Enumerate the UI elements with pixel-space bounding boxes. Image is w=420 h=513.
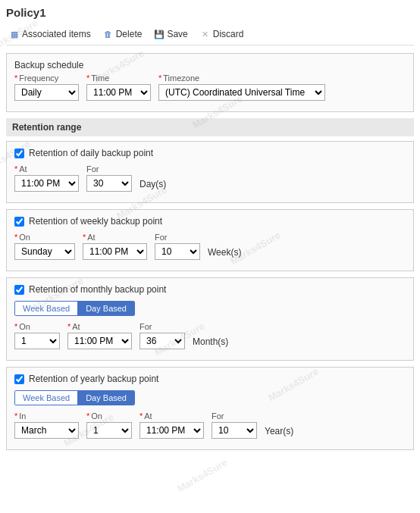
timezone-select[interactable]: (UTC) Coordinated Universal Time (UTC+01… bbox=[158, 84, 325, 101]
monthly-retention-checkbox[interactable] bbox=[14, 285, 24, 295]
weekly-for-label: For bbox=[155, 233, 200, 242]
yearly-at-group: *At 11:00 PM bbox=[139, 411, 204, 439]
yearly-unit: Year(s) bbox=[265, 426, 293, 439]
monthly-day-based-tab[interactable]: Day Based bbox=[78, 302, 134, 315]
yearly-for-group: For 10 bbox=[212, 411, 257, 439]
frequency-select[interactable]: Daily Weekly Monthly bbox=[14, 84, 79, 101]
weekly-at-label: *At bbox=[83, 233, 147, 242]
discard-button[interactable]: ✕ Discard bbox=[197, 27, 247, 41]
weekly-on-select[interactable]: Sunday Monday Tuesday Wednesday Thursday… bbox=[14, 243, 75, 260]
timezone-required: * bbox=[158, 74, 161, 83]
yearly-at-select[interactable]: 11:00 PM bbox=[139, 422, 204, 439]
time-required: * bbox=[86, 74, 89, 83]
weekly-retention-header: Retention of weekly backup point bbox=[14, 216, 406, 227]
backup-schedule-fields: *Frequency Daily Weekly Monthly *Time 11… bbox=[14, 74, 406, 101]
toolbar: ▦ Associated items 🗑 Delete 💾 Save ✕ Dis… bbox=[6, 23, 414, 45]
yearly-on-select[interactable]: 1 bbox=[86, 422, 132, 439]
monthly-tab-group: Week Based Day Based bbox=[14, 301, 135, 316]
monthly-at-select[interactable]: 11:00 PM bbox=[67, 333, 132, 349]
weekly-retention-checkbox[interactable] bbox=[14, 217, 24, 227]
weekly-retention-title: Retention of weekly backup point bbox=[29, 216, 162, 227]
retention-range-header: Retention range bbox=[6, 118, 414, 136]
weekly-fields: *On Sunday Monday Tuesday Wednesday Thur… bbox=[14, 233, 406, 260]
yearly-for-select[interactable]: 10 bbox=[212, 422, 257, 439]
monthly-on-group: *On 1 bbox=[14, 322, 60, 349]
daily-at-label: *At bbox=[14, 164, 79, 174]
weekly-on-label: *On bbox=[14, 233, 75, 242]
yearly-retention-checkbox[interactable] bbox=[14, 374, 24, 384]
daily-retention-header: Retention of daily backup point bbox=[14, 148, 406, 158]
daily-at-group: *At 11:00 PM bbox=[14, 164, 79, 192]
daily-fields: *At 11:00 PM For 30 Day(s) bbox=[14, 164, 406, 192]
monthly-at-group: *At 11:00 PM bbox=[67, 322, 132, 349]
yearly-for-label: For bbox=[212, 411, 257, 421]
backup-schedule-label: Backup schedule bbox=[14, 60, 406, 70]
weekly-for-group: For 10 bbox=[155, 233, 200, 260]
daily-for-label: For bbox=[86, 164, 132, 174]
monthly-for-group: For 36 bbox=[139, 322, 185, 349]
weekly-for-select[interactable]: 10 bbox=[155, 243, 200, 260]
daily-for-select[interactable]: 30 bbox=[86, 175, 132, 192]
yearly-week-based-tab[interactable]: Week Based bbox=[15, 391, 78, 405]
monthly-retention-header: Retention of monthly backup point bbox=[14, 284, 406, 295]
daily-unit: Day(s) bbox=[139, 179, 166, 192]
yearly-in-group: *In January February March April May Jun… bbox=[14, 411, 79, 439]
yearly-on-group: *On 1 bbox=[86, 411, 132, 439]
grid-icon: ▦ bbox=[9, 29, 20, 39]
discard-icon: ✕ bbox=[200, 29, 211, 39]
monthly-week-based-tab[interactable]: Week Based bbox=[15, 302, 78, 315]
weekly-unit: Week(s) bbox=[208, 247, 241, 260]
weekly-at-group: *At 11:00 PM bbox=[83, 233, 147, 260]
yearly-fields: *In January February March April May Jun… bbox=[14, 411, 406, 439]
daily-retention-title: Retention of daily backup point bbox=[29, 148, 153, 158]
yearly-retention-title: Retention of yearly backup point bbox=[29, 374, 158, 384]
weekly-at-select[interactable]: 11:00 PM bbox=[83, 243, 147, 260]
frequency-group: *Frequency Daily Weekly Monthly bbox=[14, 74, 79, 101]
time-group: *Time 11:00 PM 10:00 PM bbox=[86, 74, 151, 101]
yearly-day-based-tab[interactable]: Day Based bbox=[78, 391, 134, 405]
daily-for-group: For 30 bbox=[86, 164, 132, 192]
weekly-retention-block: Retention of weekly backup point *On Sun… bbox=[6, 209, 414, 271]
yearly-on-label: *On bbox=[86, 411, 132, 421]
weekly-on-group: *On Sunday Monday Tuesday Wednesday Thur… bbox=[14, 233, 75, 260]
delete-button[interactable]: 🗑 Delete bbox=[100, 27, 146, 41]
daily-retention-block: Retention of daily backup point *At 11:0… bbox=[6, 141, 414, 203]
frequency-label: *Frequency bbox=[14, 74, 79, 83]
monthly-for-label: For bbox=[139, 322, 185, 331]
backup-schedule-section: Backup schedule *Frequency Daily Weekly … bbox=[6, 53, 414, 112]
delete-icon: 🗑 bbox=[103, 29, 114, 39]
yearly-at-label: *At bbox=[139, 411, 204, 421]
timezone-group: *Timezone (UTC) Coordinated Universal Ti… bbox=[158, 74, 325, 101]
yearly-in-label: *In bbox=[14, 411, 79, 421]
daily-retention-checkbox[interactable] bbox=[14, 149, 24, 158]
time-select[interactable]: 11:00 PM 10:00 PM bbox=[86, 84, 151, 101]
monthly-for-select[interactable]: 36 bbox=[139, 333, 185, 349]
monthly-on-select[interactable]: 1 bbox=[14, 333, 60, 349]
monthly-retention-block: Retention of monthly backup point Week B… bbox=[6, 277, 414, 361]
page-title: Policy1 bbox=[6, 6, 414, 19]
yearly-retention-block: Retention of yearly backup point Week Ba… bbox=[6, 367, 414, 450]
frequency-required: * bbox=[14, 74, 17, 83]
monthly-fields: *On 1 *At 11:00 PM For 36 Month(s) bbox=[14, 322, 406, 349]
monthly-at-label: *At bbox=[67, 322, 132, 331]
monthly-retention-title: Retention of monthly backup point bbox=[29, 284, 166, 295]
save-icon: 💾 bbox=[154, 29, 165, 39]
yearly-tab-group: Week Based Day Based bbox=[14, 390, 135, 405]
save-button[interactable]: 💾 Save bbox=[151, 27, 190, 41]
monthly-unit: Month(s) bbox=[193, 336, 228, 349]
associated-items-button[interactable]: ▦ Associated items bbox=[6, 27, 94, 41]
timezone-label: *Timezone bbox=[158, 74, 325, 83]
yearly-in-select[interactable]: January February March April May June Ju… bbox=[14, 422, 79, 439]
monthly-on-label: *On bbox=[14, 322, 60, 331]
yearly-retention-header: Retention of yearly backup point bbox=[14, 374, 406, 384]
time-label: *Time bbox=[86, 74, 151, 83]
daily-at-select[interactable]: 11:00 PM bbox=[14, 175, 79, 192]
